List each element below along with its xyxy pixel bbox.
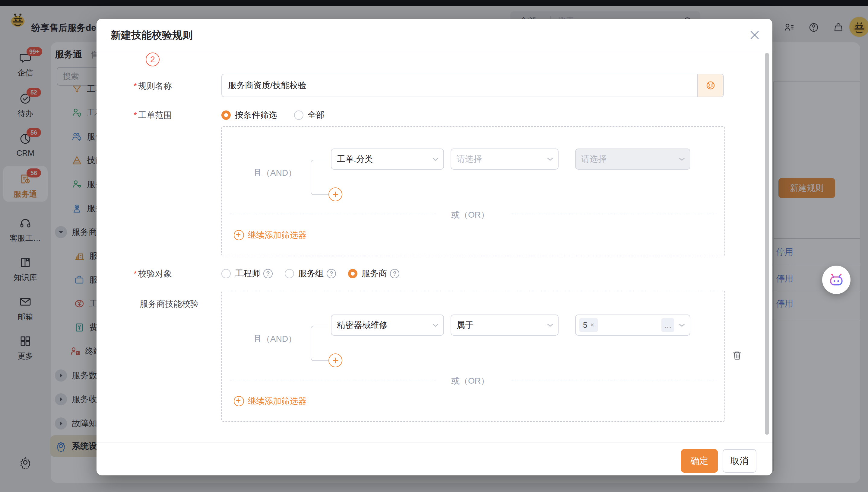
value-tag-text: 5 (583, 321, 587, 330)
add-condition-button[interactable] (328, 353, 342, 367)
question-circle-icon[interactable] (390, 269, 399, 278)
radio-engineer[interactable] (221, 269, 231, 278)
field-label: 规则名称 (138, 80, 172, 92)
step-badge: 2 (146, 52, 160, 67)
overflow-tag[interactable]: … (661, 318, 674, 332)
scope-label: * 工单范围 (134, 109, 172, 121)
plus-circle-icon (234, 396, 244, 406)
and-label: 且（AND） (253, 333, 296, 345)
assistant-robot-button[interactable] (822, 266, 850, 294)
or-divider (511, 214, 717, 214)
operator-select[interactable]: 属于 (451, 315, 558, 336)
add-filter-link[interactable]: 继续添加筛选器 (234, 229, 307, 241)
chevron-down-icon (432, 157, 439, 161)
globe-icon[interactable] (697, 74, 723, 97)
and-label: 且（AND） (253, 167, 296, 179)
radio-label: 工程师 (235, 268, 260, 279)
target-label: * 校验对象 (134, 268, 172, 279)
scope-options: 按条件筛选 全部 (221, 109, 324, 121)
new-skill-rule-dialog: 新建技能校验规则 2 * 规则名称 * 工单范围 按条件筛选 全部 (97, 19, 772, 475)
add-condition-button[interactable] (328, 188, 342, 201)
value-placeholder: 请选择 (581, 153, 606, 165)
step-number: 2 (150, 55, 155, 64)
tag-remove-icon[interactable]: × (590, 321, 594, 329)
operator-select[interactable]: 请选择 (451, 148, 558, 170)
or-divider (231, 214, 436, 214)
required-mark: * (134, 110, 137, 120)
cancel-button-label: 取消 (731, 455, 748, 467)
ellipsis-icon: … (664, 321, 672, 330)
confirm-button[interactable]: 确定 (681, 449, 718, 473)
value-tag[interactable]: 5 × (579, 318, 598, 332)
condition-bracket (311, 160, 328, 195)
chevron-down-icon (547, 323, 553, 327)
chevron-down-icon (547, 157, 553, 161)
radio-label: 服务商 (362, 268, 387, 279)
target-options: 工程师 服务组 服务商 (221, 268, 399, 279)
radio-all[interactable] (294, 110, 304, 120)
question-circle-icon[interactable] (326, 269, 336, 278)
field-label: 工单范围 (138, 109, 172, 121)
screen: 纷享售后服务demo 全部 搜索 (0, 0, 868, 492)
chevron-down-icon (432, 323, 439, 327)
condition-bracket (311, 326, 328, 361)
dialog-header-divider (97, 51, 772, 51)
add-filter-link[interactable]: 继续添加筛选器 (234, 395, 307, 407)
dialog-title: 新建技能校验规则 (111, 28, 193, 42)
chevron-down-icon (679, 323, 685, 327)
question-circle-icon[interactable] (263, 269, 273, 278)
plus-circle-icon (234, 230, 244, 240)
operator-value: 属于 (456, 319, 474, 331)
dialog-footer-divider (97, 443, 772, 443)
radio-label: 按条件筛选 (235, 109, 277, 121)
modal-scrollbar[interactable] (765, 53, 769, 435)
skill-select[interactable]: 精密器械维修 (331, 315, 444, 336)
rule-name-input[interactable] (222, 74, 697, 97)
value-multiselect[interactable]: 5 × … (575, 315, 690, 336)
field-select[interactable]: 工单.分类 (331, 148, 444, 170)
filter-group-1: 且（AND） 工单.分类 请选择 请选择 或（OR） 继续添加筛选器 (221, 126, 725, 256)
field-label: 校验对象 (138, 268, 172, 279)
or-divider (231, 380, 436, 380)
confirm-button-label: 确定 (690, 455, 708, 467)
or-divider (511, 380, 717, 380)
add-filter-label: 继续添加筛选器 (247, 395, 307, 407)
operator-placeholder: 请选择 (456, 153, 482, 165)
provider-skill-label: 服务商技能校验 (140, 298, 199, 310)
close-icon[interactable] (748, 28, 761, 42)
radio-service-provider[interactable] (348, 269, 358, 278)
delete-group-icon[interactable] (731, 349, 743, 362)
radio-label: 全部 (308, 109, 324, 121)
skill-select-value: 精密器械维修 (337, 319, 388, 331)
radio-label: 服务组 (298, 268, 324, 279)
radio-service-group[interactable] (285, 269, 294, 278)
field-select-value: 工单.分类 (337, 153, 373, 165)
required-mark: * (134, 269, 137, 278)
value-select-disabled[interactable]: 请选择 (575, 148, 690, 170)
radio-filter-by-condition[interactable] (221, 110, 231, 120)
or-label: 或（OR） (451, 209, 489, 221)
chevron-down-icon (679, 157, 685, 161)
required-mark: * (134, 81, 137, 91)
or-label: 或（OR） (451, 375, 489, 387)
add-filter-label: 继续添加筛选器 (247, 229, 307, 241)
robot-icon (828, 272, 844, 288)
filter-group-2: 且（AND） 精密器械维修 属于 5 × … 或（OR） (221, 291, 725, 422)
rule-name-field (221, 74, 724, 97)
cancel-button[interactable]: 取消 (722, 449, 756, 473)
rule-name-label: * 规则名称 (134, 80, 172, 92)
